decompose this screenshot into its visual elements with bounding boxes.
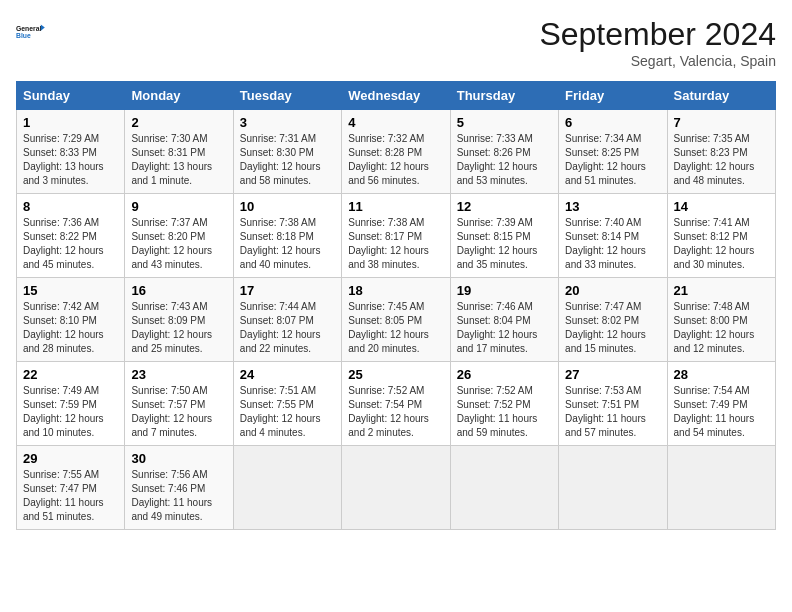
calendar-cell: 20Sunrise: 7:47 AM Sunset: 8:02 PM Dayli…: [559, 278, 667, 362]
day-info: Sunrise: 7:47 AM Sunset: 8:02 PM Dayligh…: [565, 300, 660, 356]
day-info: Sunrise: 7:54 AM Sunset: 7:49 PM Dayligh…: [674, 384, 769, 440]
calendar-cell: [342, 446, 450, 530]
day-number: 17: [240, 283, 335, 298]
day-info: Sunrise: 7:37 AM Sunset: 8:20 PM Dayligh…: [131, 216, 226, 272]
main-title: September 2024: [539, 16, 776, 53]
day-info: Sunrise: 7:30 AM Sunset: 8:31 PM Dayligh…: [131, 132, 226, 188]
day-info: Sunrise: 7:36 AM Sunset: 8:22 PM Dayligh…: [23, 216, 118, 272]
calendar-cell: 14Sunrise: 7:41 AM Sunset: 8:12 PM Dayli…: [667, 194, 775, 278]
calendar-cell: 1Sunrise: 7:29 AM Sunset: 8:33 PM Daylig…: [17, 110, 125, 194]
day-info: Sunrise: 7:44 AM Sunset: 8:07 PM Dayligh…: [240, 300, 335, 356]
day-number: 15: [23, 283, 118, 298]
day-number: 22: [23, 367, 118, 382]
calendar-cell: 6Sunrise: 7:34 AM Sunset: 8:25 PM Daylig…: [559, 110, 667, 194]
calendar-week-5: 29Sunrise: 7:55 AM Sunset: 7:47 PM Dayli…: [17, 446, 776, 530]
day-info: Sunrise: 7:39 AM Sunset: 8:15 PM Dayligh…: [457, 216, 552, 272]
day-number: 30: [131, 451, 226, 466]
day-info: Sunrise: 7:29 AM Sunset: 8:33 PM Dayligh…: [23, 132, 118, 188]
header-sunday: Sunday: [17, 82, 125, 110]
day-info: Sunrise: 7:38 AM Sunset: 8:17 PM Dayligh…: [348, 216, 443, 272]
day-number: 9: [131, 199, 226, 214]
header-wednesday: Wednesday: [342, 82, 450, 110]
day-info: Sunrise: 7:32 AM Sunset: 8:28 PM Dayligh…: [348, 132, 443, 188]
day-info: Sunrise: 7:52 AM Sunset: 7:52 PM Dayligh…: [457, 384, 552, 440]
calendar-cell: 23Sunrise: 7:50 AM Sunset: 7:57 PM Dayli…: [125, 362, 233, 446]
day-number: 23: [131, 367, 226, 382]
day-number: 26: [457, 367, 552, 382]
calendar-header-row: SundayMondayTuesdayWednesdayThursdayFrid…: [17, 82, 776, 110]
calendar-cell: 30Sunrise: 7:56 AM Sunset: 7:46 PM Dayli…: [125, 446, 233, 530]
header-saturday: Saturday: [667, 82, 775, 110]
calendar-cell: [667, 446, 775, 530]
day-number: 7: [674, 115, 769, 130]
day-number: 1: [23, 115, 118, 130]
calendar-cell: 18Sunrise: 7:45 AM Sunset: 8:05 PM Dayli…: [342, 278, 450, 362]
calendar-cell: 27Sunrise: 7:53 AM Sunset: 7:51 PM Dayli…: [559, 362, 667, 446]
day-number: 20: [565, 283, 660, 298]
calendar-cell: 29Sunrise: 7:55 AM Sunset: 7:47 PM Dayli…: [17, 446, 125, 530]
day-number: 27: [565, 367, 660, 382]
calendar-cell: [450, 446, 558, 530]
svg-text:General: General: [16, 25, 41, 32]
calendar-cell: 10Sunrise: 7:38 AM Sunset: 8:18 PM Dayli…: [233, 194, 341, 278]
calendar-week-2: 8Sunrise: 7:36 AM Sunset: 8:22 PM Daylig…: [17, 194, 776, 278]
day-number: 28: [674, 367, 769, 382]
calendar-week-4: 22Sunrise: 7:49 AM Sunset: 7:59 PM Dayli…: [17, 362, 776, 446]
calendar-cell: 3Sunrise: 7:31 AM Sunset: 8:30 PM Daylig…: [233, 110, 341, 194]
calendar-cell: 26Sunrise: 7:52 AM Sunset: 7:52 PM Dayli…: [450, 362, 558, 446]
day-info: Sunrise: 7:56 AM Sunset: 7:46 PM Dayligh…: [131, 468, 226, 524]
calendar-cell: 16Sunrise: 7:43 AM Sunset: 8:09 PM Dayli…: [125, 278, 233, 362]
day-info: Sunrise: 7:49 AM Sunset: 7:59 PM Dayligh…: [23, 384, 118, 440]
day-info: Sunrise: 7:38 AM Sunset: 8:18 PM Dayligh…: [240, 216, 335, 272]
svg-text:Blue: Blue: [16, 32, 31, 39]
calendar-cell: 7Sunrise: 7:35 AM Sunset: 8:23 PM Daylig…: [667, 110, 775, 194]
page-header: GeneralBlue September 2024 Segart, Valen…: [16, 16, 776, 69]
calendar-week-1: 1Sunrise: 7:29 AM Sunset: 8:33 PM Daylig…: [17, 110, 776, 194]
day-number: 24: [240, 367, 335, 382]
day-number: 19: [457, 283, 552, 298]
header-tuesday: Tuesday: [233, 82, 341, 110]
header-thursday: Thursday: [450, 82, 558, 110]
day-number: 5: [457, 115, 552, 130]
calendar-cell: 13Sunrise: 7:40 AM Sunset: 8:14 PM Dayli…: [559, 194, 667, 278]
day-number: 13: [565, 199, 660, 214]
day-info: Sunrise: 7:41 AM Sunset: 8:12 PM Dayligh…: [674, 216, 769, 272]
calendar-cell: 21Sunrise: 7:48 AM Sunset: 8:00 PM Dayli…: [667, 278, 775, 362]
day-number: 25: [348, 367, 443, 382]
calendar-cell: 9Sunrise: 7:37 AM Sunset: 8:20 PM Daylig…: [125, 194, 233, 278]
calendar-table: SundayMondayTuesdayWednesdayThursdayFrid…: [16, 81, 776, 530]
calendar-week-3: 15Sunrise: 7:42 AM Sunset: 8:10 PM Dayli…: [17, 278, 776, 362]
day-info: Sunrise: 7:34 AM Sunset: 8:25 PM Dayligh…: [565, 132, 660, 188]
header-friday: Friday: [559, 82, 667, 110]
logo-icon: GeneralBlue: [16, 16, 48, 48]
day-info: Sunrise: 7:46 AM Sunset: 8:04 PM Dayligh…: [457, 300, 552, 356]
calendar-cell: 12Sunrise: 7:39 AM Sunset: 8:15 PM Dayli…: [450, 194, 558, 278]
day-info: Sunrise: 7:55 AM Sunset: 7:47 PM Dayligh…: [23, 468, 118, 524]
day-number: 16: [131, 283, 226, 298]
calendar-cell: 24Sunrise: 7:51 AM Sunset: 7:55 PM Dayli…: [233, 362, 341, 446]
subtitle: Segart, Valencia, Spain: [539, 53, 776, 69]
calendar-cell: 4Sunrise: 7:32 AM Sunset: 8:28 PM Daylig…: [342, 110, 450, 194]
calendar-cell: [559, 446, 667, 530]
logo: GeneralBlue: [16, 16, 48, 48]
day-number: 18: [348, 283, 443, 298]
calendar-cell: 22Sunrise: 7:49 AM Sunset: 7:59 PM Dayli…: [17, 362, 125, 446]
day-number: 4: [348, 115, 443, 130]
day-info: Sunrise: 7:35 AM Sunset: 8:23 PM Dayligh…: [674, 132, 769, 188]
day-info: Sunrise: 7:45 AM Sunset: 8:05 PM Dayligh…: [348, 300, 443, 356]
day-info: Sunrise: 7:52 AM Sunset: 7:54 PM Dayligh…: [348, 384, 443, 440]
calendar-cell: 17Sunrise: 7:44 AM Sunset: 8:07 PM Dayli…: [233, 278, 341, 362]
day-info: Sunrise: 7:33 AM Sunset: 8:26 PM Dayligh…: [457, 132, 552, 188]
day-number: 8: [23, 199, 118, 214]
day-number: 21: [674, 283, 769, 298]
day-info: Sunrise: 7:51 AM Sunset: 7:55 PM Dayligh…: [240, 384, 335, 440]
calendar-cell: 5Sunrise: 7:33 AM Sunset: 8:26 PM Daylig…: [450, 110, 558, 194]
calendar-cell: 8Sunrise: 7:36 AM Sunset: 8:22 PM Daylig…: [17, 194, 125, 278]
calendar-cell: 11Sunrise: 7:38 AM Sunset: 8:17 PM Dayli…: [342, 194, 450, 278]
calendar-cell: [233, 446, 341, 530]
day-number: 11: [348, 199, 443, 214]
day-info: Sunrise: 7:50 AM Sunset: 7:57 PM Dayligh…: [131, 384, 226, 440]
day-number: 3: [240, 115, 335, 130]
day-number: 6: [565, 115, 660, 130]
title-section: September 2024 Segart, Valencia, Spain: [539, 16, 776, 69]
